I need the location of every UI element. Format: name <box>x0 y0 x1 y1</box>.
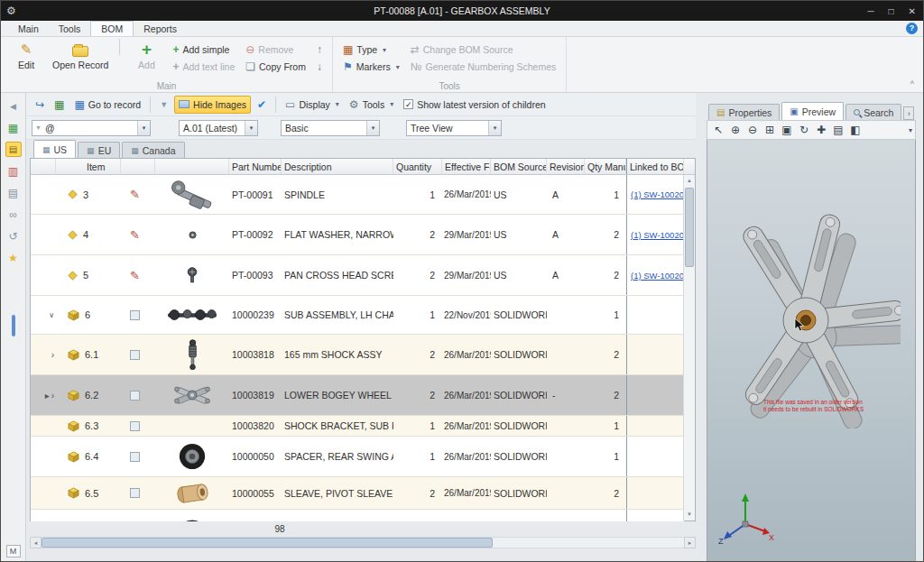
tab-main[interactable]: Main <box>8 22 49 36</box>
tab-reports[interactable]: Reports <box>134 22 187 36</box>
bom-edit-icon[interactable]: ▤ <box>5 142 22 157</box>
column-qty-manu[interactable]: Qty Manu <box>585 159 626 174</box>
chevron-down-icon[interactable]: ▾ <box>488 121 501 135</box>
chevron-down-icon[interactable]: ▾ <box>137 121 150 135</box>
add-button[interactable]: + Add <box>128 39 164 81</box>
validate-button[interactable]: ✔ <box>254 96 270 114</box>
bom-tab-eu[interactable]: ▦EU <box>78 142 120 158</box>
bom-tab-canada[interactable]: ▦Canada <box>122 142 184 158</box>
table-row-partial[interactable] <box>31 510 684 521</box>
column-part-number[interactable]: Part Number <box>229 159 282 174</box>
tab-preview[interactable]: ▣Preview <box>781 102 844 120</box>
expand-icon[interactable]: › <box>51 391 54 401</box>
display-menu[interactable]: ▭Display▾ <box>282 96 343 114</box>
column-effective-from[interactable]: Effective From <box>442 159 491 174</box>
scrollbar-thumb[interactable] <box>685 188 694 267</box>
history-icon[interactable]: ↺ <box>5 228 22 244</box>
linked-bom-link[interactable]: (1) SW-100203 <box>631 271 684 281</box>
chevron-down-icon[interactable]: ▾ <box>366 121 379 135</box>
chevron-down-icon[interactable]: ▾ <box>245 121 257 135</box>
quick-filter-combo[interactable]: ▼ @ ▾ <box>32 120 151 136</box>
add-text-line-button[interactable]: +Add text line <box>170 60 237 74</box>
table-row[interactable]: 6.3 10003820 SHOCK BRACKET, SUB FRAME 1 … <box>31 416 684 437</box>
rotate-icon[interactable]: ↻ <box>796 122 812 138</box>
tools-menu[interactable]: ⚙Tools▾ <box>346 96 397 114</box>
row-checkbox[interactable] <box>130 350 140 360</box>
column-description[interactable]: Description <box>282 159 393 174</box>
markers-menu-button[interactable]: ⚑Markers▾ <box>340 60 402 74</box>
tab-bom[interactable]: BOM <box>90 21 134 36</box>
preview-viewport[interactable]: This file was saved in an older version … <box>707 140 916 562</box>
add-simple-button[interactable]: +Add simple <box>170 42 237 57</box>
collapse-panel-icon[interactable]: ◀ <box>5 98 22 114</box>
bom-tab-us[interactable]: ▦US <box>33 140 76 158</box>
chevron-down-icon[interactable]: ▾ <box>909 126 912 134</box>
minimize-button[interactable]: ─ <box>867 6 873 16</box>
parts-list-icon[interactable]: ▥ <box>5 163 22 179</box>
row-checkbox[interactable] <box>130 421 140 431</box>
zoom-window-icon[interactable]: ⊞ <box>762 122 778 138</box>
column-revision[interactable]: Revision <box>547 159 585 174</box>
type-menu-button[interactable]: ▦Type▾ <box>340 42 402 57</box>
table-row[interactable]: 6.4 10000050 SPACER, REAR SWING ARM 1 26… <box>31 437 684 477</box>
favorites-star-icon[interactable]: ★ <box>5 250 22 265</box>
zoom-in-icon[interactable]: ⊕ <box>727 122 744 138</box>
copy-from-button[interactable]: ❏Copy From <box>243 60 309 74</box>
expand-icon[interactable]: › <box>51 350 54 360</box>
vertical-scrollbar[interactable]: ▲ ▼ <box>683 175 695 521</box>
scroll-down-icon[interactable]: ▼ <box>684 509 695 521</box>
edit-pencil-icon[interactable]: ✎ <box>130 269 140 282</box>
pan-icon[interactable]: ✚ <box>813 122 829 138</box>
row-checkbox[interactable] <box>130 452 140 462</box>
generate-numbering-button[interactable]: №Generate Numbering Schemes <box>408 60 559 74</box>
move-down-button[interactable]: ↓ <box>314 60 325 74</box>
view-mode-combo[interactable]: Tree View ▾ <box>406 120 502 136</box>
column-item[interactable]: Item <box>56 159 121 174</box>
scroll-up-icon[interactable]: ▲ <box>684 175 695 187</box>
row-checkbox[interactable] <box>130 391 140 401</box>
maximize-button[interactable]: □ <box>889 6 894 16</box>
zoom-fit-icon[interactable]: ▣ <box>779 122 795 138</box>
format-combo[interactable]: Basic ▾ <box>281 120 380 136</box>
scroll-left-icon[interactable]: ◂ <box>30 537 42 548</box>
row-checkbox[interactable] <box>130 488 140 498</box>
open-record-button[interactable]: Open Record <box>50 39 111 81</box>
table-row[interactable]: 4 ✎ PT-00092 FLAT WASHER, NARROW, M4 2 2… <box>31 215 684 255</box>
edit-pencil-icon[interactable]: ✎ <box>130 188 140 201</box>
tab-tools[interactable]: Tools <box>49 22 91 36</box>
table-row[interactable]: 5 ✎ PT-00093 PAN CROSS HEAD SCREW, M4 X … <box>31 255 684 296</box>
jump-button[interactable]: ↪ <box>32 96 48 114</box>
view-orientation-icon[interactable]: ▤ <box>830 122 846 138</box>
row-checkbox[interactable] <box>130 310 140 320</box>
scroll-right-icon[interactable]: ▸ <box>684 537 696 548</box>
remove-button[interactable]: ⊖Remove <box>243 42 309 57</box>
column-bom-source[interactable]: BOM Source <box>491 159 547 174</box>
select-cursor-icon[interactable]: ↖ <box>710 122 726 138</box>
collapse-icon[interactable]: ∨ <box>49 311 54 319</box>
zoom-out-icon[interactable]: ⊖ <box>744 122 761 138</box>
bom-view-icon[interactable]: ▦ <box>5 120 22 135</box>
table-row[interactable]: ∨ 6 10000239 SUB ASSEMBLY, LH CHASSIS 1 … <box>31 296 684 335</box>
hide-images-toggle[interactable]: Hide Images <box>174 96 251 114</box>
column-linked-to-bom[interactable]: Linked to BOM <box>626 159 684 174</box>
tab-properties[interactable]: ▤Properties <box>708 104 780 120</box>
revision-combo[interactable]: A.01 (Latest) ▾ <box>179 120 258 136</box>
help-icon[interactable]: ? <box>906 23 918 34</box>
linked-bom-link[interactable]: (1) SW-100203 <box>631 230 684 240</box>
tab-search[interactable]: Search <box>845 104 901 120</box>
table-row[interactable]: › 6.1 10003818 165 mm SHOCK ASSY 2 26/Ma… <box>31 335 684 375</box>
move-up-button[interactable]: ↑ <box>314 42 325 57</box>
column-quantity[interactable]: Quantity <box>393 159 442 174</box>
table-row[interactable]: 6.5 10000055 SLEAVE, PIVOT SLEAVE 2 26/M… <box>31 477 684 510</box>
scrollbar-thumb[interactable] <box>42 538 493 548</box>
export-grid-button[interactable]: ▦ <box>51 96 68 114</box>
more-tabs-icon[interactable]: › <box>903 106 914 120</box>
filter-button[interactable]: ▼ <box>156 96 171 114</box>
edit-button[interactable]: ✎ Edit <box>8 39 44 81</box>
go-to-record-button[interactable]: ▦Go to record <box>70 96 144 114</box>
change-bom-source-button[interactable]: ⇄Change BOM Source <box>408 42 559 57</box>
where-used-icon[interactable]: ▤ <box>5 185 22 200</box>
show-latest-checkbox[interactable]: ✓Show latest version of children <box>400 96 549 114</box>
collapse-ribbon-icon[interactable]: ^ <box>910 79 914 88</box>
horizontal-scrollbar[interactable]: ◂ ▸ <box>30 537 696 548</box>
